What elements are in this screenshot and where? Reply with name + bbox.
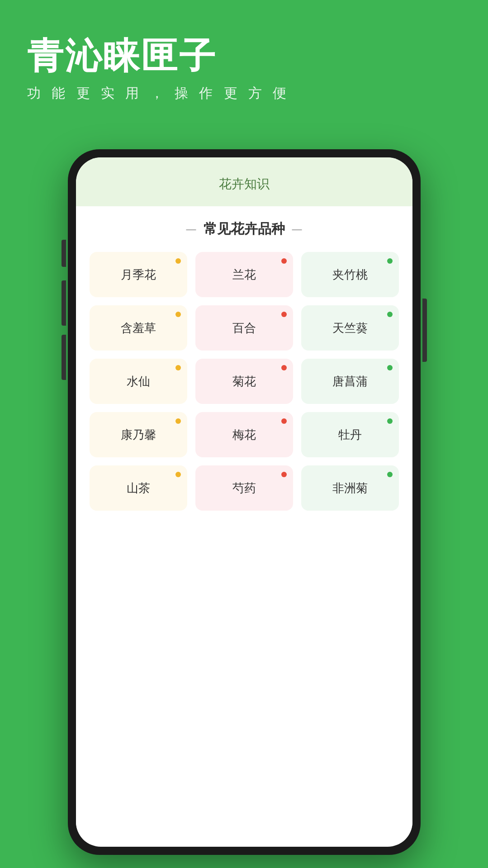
flower-name: 月季花 (121, 267, 156, 283)
section-title: 常见花卉品种 (204, 220, 285, 238)
flower-dot (387, 258, 393, 264)
flower-dot (387, 312, 393, 317)
flower-card[interactable]: 康乃馨 (90, 412, 187, 457)
screen-body: — 常见花卉品种 — 月季花兰花夹竹桃含羞草百合天竺葵水仙菊花唐菖蒲康乃馨梅花牡… (76, 206, 412, 841)
flower-grid: 月季花兰花夹竹桃含羞草百合天竺葵水仙菊花唐菖蒲康乃馨梅花牡丹山茶芍药非洲菊 (90, 252, 399, 511)
flower-name: 水仙 (127, 374, 150, 389)
flower-dot (387, 472, 393, 477)
flower-name: 唐菖蒲 (332, 374, 368, 389)
flower-card[interactable]: 水仙 (90, 359, 187, 404)
phone-wrapper: 花卉知识 — 常见花卉品种 — 月季花兰花夹竹桃含羞草百合天竺葵水仙菊花唐菖蒲康… (68, 149, 421, 855)
flower-name: 百合 (232, 320, 256, 336)
phone-button-mute (62, 240, 66, 267)
flower-dot (387, 365, 393, 370)
flower-name: 天竺葵 (332, 320, 368, 336)
flower-dot (387, 418, 393, 424)
flower-name: 菊花 (232, 374, 256, 389)
flower-card[interactable]: 梅花 (195, 412, 293, 457)
screen-title: 花卉知识 (85, 175, 403, 193)
header-section: 青沁睐匣子 功 能 更 实 用 ， 操 作 更 方 便 (0, 0, 488, 121)
flower-name: 梅花 (232, 427, 256, 443)
flower-card[interactable]: 兰花 (195, 252, 293, 297)
flower-dot (281, 472, 287, 477)
phone-button-vol-up (62, 280, 66, 326)
flower-dot (281, 312, 287, 317)
app-subtitle: 功 能 更 实 用 ， 操 作 更 方 便 (27, 84, 461, 103)
flower-name: 夹竹桃 (332, 267, 368, 283)
flower-dot (175, 312, 181, 317)
flower-card[interactable]: 百合 (195, 305, 293, 351)
flower-name: 芍药 (232, 480, 256, 496)
flower-dot (281, 258, 287, 264)
phone-screen: 花卉知识 — 常见花卉品种 — 月季花兰花夹竹桃含羞草百合天竺葵水仙菊花唐菖蒲康… (76, 157, 412, 847)
section-heading: — 常见花卉品种 — (90, 220, 399, 238)
dash-right: — (292, 223, 302, 235)
dash-left: — (186, 223, 196, 235)
flower-name: 含羞草 (121, 320, 156, 336)
flower-card[interactable]: 夹竹桃 (301, 252, 399, 297)
app-title: 青沁睐匣子 (27, 36, 461, 76)
flower-card[interactable]: 山茶 (90, 465, 187, 511)
flower-name: 牡丹 (338, 427, 362, 443)
screen-header: 花卉知识 (76, 157, 412, 206)
flower-name: 康乃馨 (121, 427, 156, 443)
flower-card[interactable]: 天竺葵 (301, 305, 399, 351)
phone-frame: 花卉知识 — 常见花卉品种 — 月季花兰花夹竹桃含羞草百合天竺葵水仙菊花唐菖蒲康… (68, 149, 421, 855)
flower-card[interactable]: 菊花 (195, 359, 293, 404)
flower-dot (281, 418, 287, 424)
flower-dot (281, 365, 287, 370)
flower-dot (175, 472, 181, 477)
flower-name: 兰花 (232, 267, 256, 283)
flower-card[interactable]: 牡丹 (301, 412, 399, 457)
flower-card[interactable]: 含羞草 (90, 305, 187, 351)
flower-dot (175, 418, 181, 424)
flower-card[interactable]: 非洲菊 (301, 465, 399, 511)
phone-button-vol-down (62, 335, 66, 380)
flower-card[interactable]: 唐菖蒲 (301, 359, 399, 404)
flower-dot (175, 365, 181, 370)
flower-dot (175, 258, 181, 264)
flower-card[interactable]: 月季花 (90, 252, 187, 297)
flower-card[interactable]: 芍药 (195, 465, 293, 511)
flower-name: 山茶 (127, 480, 150, 496)
phone-button-power (422, 299, 427, 362)
flower-name: 非洲菊 (332, 480, 368, 496)
